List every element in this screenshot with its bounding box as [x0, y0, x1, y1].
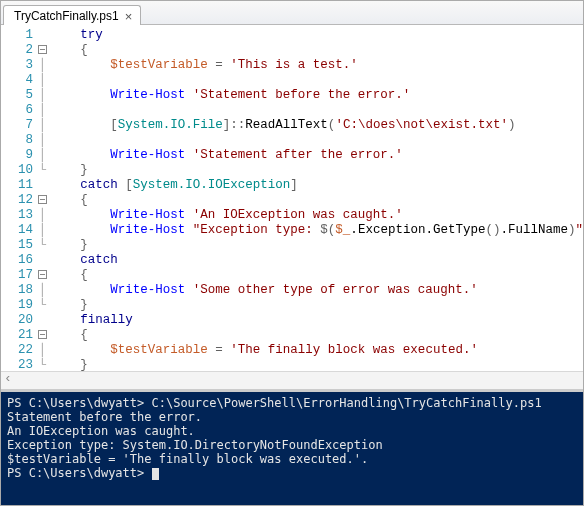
fold-marker: │ — [37, 148, 48, 163]
fold-marker — [37, 28, 48, 43]
terminal-line: An IOException was caught. — [7, 424, 577, 438]
line-number: 13 — [1, 208, 35, 223]
code-line[interactable]: { — [50, 268, 583, 283]
line-number: 15 — [1, 238, 35, 253]
fold-line-icon: │ — [39, 118, 47, 132]
fold-minus-icon[interactable] — [38, 270, 47, 279]
fold-marker: │ — [37, 343, 48, 358]
line-number: 3 — [1, 58, 35, 73]
line-number: 19 — [1, 298, 35, 313]
fold-marker: │ — [37, 103, 48, 118]
fold-end-icon: └ — [39, 358, 47, 371]
fold-minus-icon[interactable] — [38, 195, 47, 204]
terminal-line: Statement before the error. — [7, 410, 577, 424]
fold-marker[interactable] — [37, 268, 48, 283]
fold-end-icon: └ — [39, 238, 47, 252]
fold-marker[interactable] — [37, 328, 48, 343]
line-number: 11 — [1, 178, 35, 193]
code-line[interactable] — [50, 73, 583, 88]
code-editor[interactable]: 1234567891011121314151617181920212223242… — [1, 25, 583, 371]
line-number: 4 — [1, 73, 35, 88]
fold-marker[interactable] — [37, 193, 48, 208]
code-line[interactable]: Write-Host 'Some other type of error was… — [50, 283, 583, 298]
code-line[interactable] — [50, 133, 583, 148]
fold-marker[interactable] — [37, 43, 48, 58]
terminal-line: PS C:\Users\dwyatt> C:\Source\PowerShell… — [7, 396, 577, 410]
code-line[interactable]: catch — [50, 253, 583, 268]
tab-title: TryCatchFinally.ps1 — [14, 9, 119, 23]
terminal-line: Exception type: System.IO.DirectoryNotFo… — [7, 438, 577, 452]
fold-marker: │ — [37, 208, 48, 223]
line-number: 1 — [1, 28, 35, 43]
line-number: 18 — [1, 283, 35, 298]
code-line[interactable]: Write-Host "Exception type: $($_.Excepti… — [50, 223, 583, 238]
close-icon[interactable]: × — [125, 10, 133, 23]
code-line[interactable]: { — [50, 43, 583, 58]
code-line[interactable]: { — [50, 328, 583, 343]
line-number: 14 — [1, 223, 35, 238]
fold-marker: │ — [37, 133, 48, 148]
line-number: 7 — [1, 118, 35, 133]
fold-line-icon: │ — [39, 88, 47, 102]
fold-marker: │ — [37, 223, 48, 238]
code-line[interactable]: } — [50, 358, 583, 371]
fold-line-icon: │ — [39, 148, 47, 162]
terminal-panel[interactable]: PS C:\Users\dwyatt> C:\Source\PowerShell… — [1, 389, 583, 505]
fold-column[interactable]: │││││││└││└│└│└ — [37, 25, 48, 371]
fold-marker: └ — [37, 358, 48, 371]
code-line[interactable]: } — [50, 238, 583, 253]
fold-marker: │ — [37, 118, 48, 133]
fold-minus-icon[interactable] — [38, 45, 47, 54]
fold-marker: └ — [37, 163, 48, 178]
fold-marker: │ — [37, 73, 48, 88]
fold-line-icon: │ — [39, 208, 47, 222]
fold-marker — [37, 253, 48, 268]
code-line[interactable]: catch [System.IO.IOException] — [50, 178, 583, 193]
line-number: 8 — [1, 133, 35, 148]
fold-line-icon: │ — [39, 73, 47, 87]
code-line[interactable]: finally — [50, 313, 583, 328]
code-line[interactable]: Write-Host 'Statement after the error.' — [50, 148, 583, 163]
line-number: 20 — [1, 313, 35, 328]
code-line[interactable]: } — [50, 163, 583, 178]
tab-bar: TryCatchFinally.ps1 × — [1, 1, 583, 25]
line-number: 16 — [1, 253, 35, 268]
code-line[interactable]: } — [50, 298, 583, 313]
line-number: 6 — [1, 103, 35, 118]
fold-end-icon: └ — [39, 298, 47, 312]
fold-end-icon: └ — [39, 163, 47, 177]
line-number: 23 — [1, 358, 35, 371]
line-number: 21 — [1, 328, 35, 343]
fold-line-icon: │ — [39, 103, 47, 117]
fold-marker: │ — [37, 58, 48, 73]
horizontal-scrollbar[interactable] — [1, 371, 583, 389]
line-number: 2 — [1, 43, 35, 58]
code-line[interactable]: [System.IO.File]::ReadAllText('C:\does\n… — [50, 118, 583, 133]
fold-marker — [37, 313, 48, 328]
fold-marker: └ — [37, 238, 48, 253]
terminal-line: $testVariable = 'The finally block was e… — [7, 452, 577, 466]
fold-marker — [37, 178, 48, 193]
line-number: 12 — [1, 193, 35, 208]
line-number: 22 — [1, 343, 35, 358]
fold-line-icon: │ — [39, 133, 47, 147]
code-line[interactable]: try — [50, 28, 583, 43]
code-line[interactable]: Write-Host 'An IOException was caught.' — [50, 208, 583, 223]
code-line[interactable]: $testVariable = 'This is a test.' — [50, 58, 583, 73]
fold-line-icon: │ — [39, 223, 47, 237]
fold-minus-icon[interactable] — [38, 330, 47, 339]
code-line[interactable]: { — [50, 193, 583, 208]
fold-line-icon: │ — [39, 283, 47, 297]
code-line[interactable]: $testVariable = 'The finally block was e… — [50, 343, 583, 358]
code-line[interactable] — [50, 103, 583, 118]
line-number: 5 — [1, 88, 35, 103]
code-line[interactable]: Write-Host 'Statement before the error.' — [50, 88, 583, 103]
line-number: 17 — [1, 268, 35, 283]
file-tab[interactable]: TryCatchFinally.ps1 × — [3, 5, 141, 25]
terminal-line: PS C:\Users\dwyatt> — [7, 466, 577, 480]
fold-marker: │ — [37, 88, 48, 103]
fold-marker: │ — [37, 283, 48, 298]
code-area[interactable]: try { $testVariable = 'This is a test.' … — [48, 25, 583, 371]
cursor — [152, 468, 159, 480]
line-number: 9 — [1, 148, 35, 163]
